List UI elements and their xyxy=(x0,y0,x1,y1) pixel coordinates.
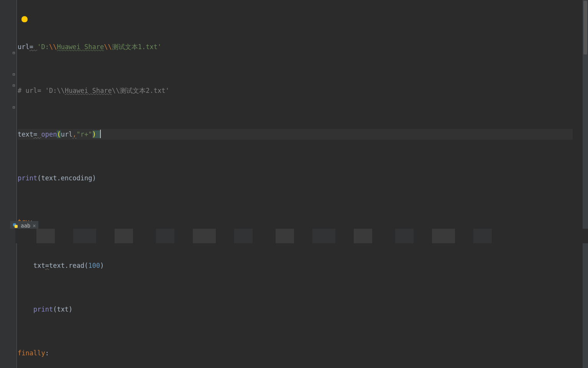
op-eq: = xyxy=(37,87,45,94)
code-line-current[interactable]: text= open(url,"r+") xyxy=(18,129,588,140)
code-editor[interactable]: ⊟ ⊟ ⊟ ⊟ url= 'D:\\Huawei Share\\测试文本1.tx… xyxy=(0,0,588,368)
intention-bulb-icon[interactable] xyxy=(21,16,28,22)
obscured-toolbar xyxy=(0,229,588,243)
run-tab-label: aab xyxy=(21,223,30,229)
string-arg: "r+" xyxy=(77,130,92,138)
paren-close: ) xyxy=(92,130,100,138)
op-eq: = xyxy=(30,43,37,51)
string-close: ' xyxy=(165,87,169,94)
code-line[interactable]: try: xyxy=(18,216,588,228)
string-part: Huawei Share xyxy=(57,43,104,51)
string-part: Huawei Share xyxy=(65,87,112,94)
string-close: ' xyxy=(158,43,161,51)
close-icon[interactable]: × xyxy=(33,223,36,229)
scrollbar-thumb[interactable] xyxy=(583,1,587,54)
comment-hash: # xyxy=(18,87,25,94)
code-line[interactable]: txt=text.read(100) xyxy=(18,260,588,271)
expr: text.encoding xyxy=(41,174,92,182)
op-eq: = xyxy=(45,262,49,269)
code-line[interactable]: finally: xyxy=(18,348,588,359)
kw-finally: finally xyxy=(18,349,45,357)
string-part: 测试文本2.txt xyxy=(120,87,165,94)
fn-print: print xyxy=(18,174,37,182)
indent xyxy=(18,305,33,313)
code-content[interactable]: url= 'D:\\Huawei Share\\测试文本1.txt' # url… xyxy=(17,0,588,368)
number: 100 xyxy=(88,262,100,269)
string-open: 'D: xyxy=(37,43,49,51)
string-part: 测试文本1.txt xyxy=(112,43,158,51)
arg: url xyxy=(61,130,73,138)
code-line[interactable]: print(text.encoding) xyxy=(18,173,588,184)
colon: : xyxy=(45,349,49,357)
var-name: url xyxy=(25,87,37,94)
code-line[interactable]: url= 'D:\\Huawei Share\\测试文本1.txt' xyxy=(18,41,588,53)
paren-open: ( xyxy=(53,305,57,313)
var-name: txt xyxy=(33,262,45,269)
current-line-highlight xyxy=(18,129,573,140)
var-name: text xyxy=(18,130,33,138)
fn-print: print xyxy=(33,305,53,313)
string-escape: \\ xyxy=(112,87,120,94)
string-escape: \\ xyxy=(104,43,112,51)
python-icon xyxy=(12,223,18,229)
text-cursor xyxy=(100,130,101,138)
string-escape: \\ xyxy=(49,43,57,51)
op-eq: = xyxy=(33,130,41,138)
comma: , xyxy=(72,130,76,138)
expr: text.read( xyxy=(49,262,88,269)
run-tab[interactable]: aab × xyxy=(10,222,38,229)
fn-open: open xyxy=(41,130,57,138)
editor-scrollbar[interactable] xyxy=(583,0,588,368)
paren-close: ) xyxy=(92,174,96,182)
paren-close: ) xyxy=(100,262,104,269)
paren-close: ) xyxy=(69,305,72,313)
string-escape: \\ xyxy=(57,87,64,94)
code-line[interactable]: print(txt) xyxy=(18,304,588,315)
indent xyxy=(18,262,33,269)
editor-gutter: ⊟ ⊟ ⊟ ⊟ xyxy=(0,0,17,368)
var-name: url xyxy=(18,43,30,51)
string-open: 'D: xyxy=(45,87,57,94)
paren-open: ( xyxy=(57,130,61,138)
expr: txt xyxy=(57,305,69,313)
paren-open: ( xyxy=(37,174,41,182)
code-line[interactable]: # url= 'D:\\Huawei Share\\测试文本2.txt' xyxy=(18,85,588,96)
